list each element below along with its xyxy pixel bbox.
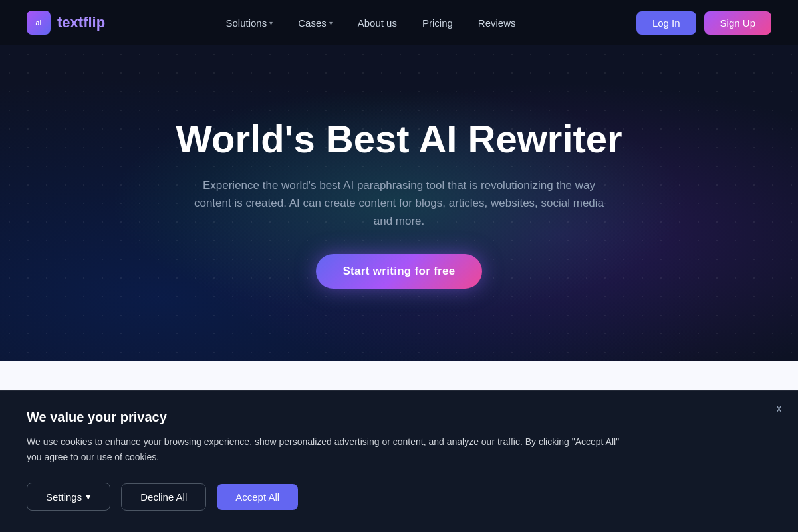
nav-pricing[interactable]: Pricing — [412, 12, 464, 34]
logo[interactable]: ai textflip — [27, 11, 105, 35]
nav-solutions[interactable]: Solutions ▾ — [215, 12, 284, 34]
nav-actions: Log In Sign Up — [636, 11, 771, 35]
chevron-down-icon: ▾ — [86, 491, 91, 503]
hero-subtitle: Experience the world's best AI paraphras… — [186, 176, 612, 231]
logo-text: textflip — [57, 14, 105, 31]
cookie-title: We value your privacy — [27, 410, 771, 425]
nav-cases[interactable]: Cases ▾ — [287, 12, 343, 34]
cookie-settings-button[interactable]: Settings ▾ — [27, 483, 110, 511]
hero-content: World's Best AI Rewriter Experience the … — [162, 118, 635, 289]
hero-cta-button[interactable]: Start writing for free — [316, 254, 481, 289]
cookie-decline-button[interactable]: Decline All — [121, 483, 206, 511]
hero-title: World's Best AI Rewriter — [176, 118, 622, 160]
nav-links: Solutions ▾ Cases ▾ About us Pricing Rev… — [215, 12, 527, 34]
nav-about[interactable]: About us — [347, 12, 408, 34]
cookie-accept-button[interactable]: Accept All — [217, 484, 298, 510]
logo-icon: ai — [27, 11, 51, 35]
cookie-banner: x We value your privacy We use cookies t… — [0, 390, 798, 532]
cookie-close-button[interactable]: x — [776, 402, 782, 416]
cookie-body-text: We use cookies to enhance your browsing … — [27, 434, 625, 464]
hero-section: World's Best AI Rewriter Experience the … — [0, 45, 798, 361]
cookie-actions: Settings ▾ Decline All Accept All — [27, 483, 771, 511]
nav-reviews[interactable]: Reviews — [467, 12, 527, 34]
chevron-down-icon: ▾ — [329, 19, 332, 27]
navbar: ai textflip Solutions ▾ Cases ▾ About us… — [0, 0, 798, 45]
chevron-down-icon: ▾ — [269, 19, 273, 27]
login-button[interactable]: Log In — [636, 11, 696, 35]
signup-button[interactable]: Sign Up — [704, 11, 771, 35]
